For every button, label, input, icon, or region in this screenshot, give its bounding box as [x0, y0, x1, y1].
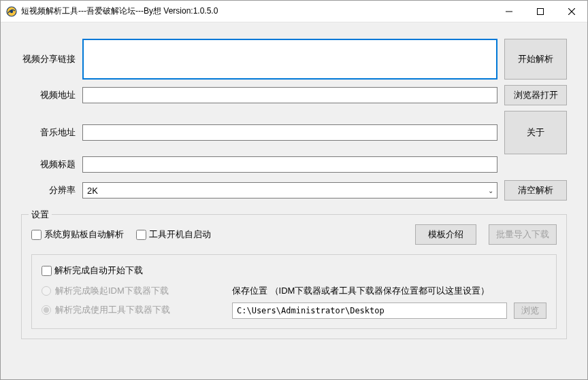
chevron-down-icon: ⌄	[488, 187, 493, 194]
autostart-checkbox[interactable]	[136, 230, 146, 240]
parse-button[interactable]: 开始解析	[504, 39, 567, 80]
video-url-label: 视频地址	[21, 85, 82, 105]
svg-rect-3	[538, 8, 544, 14]
template-intro-button[interactable]: 模板介绍	[415, 224, 476, 245]
radio-tool	[42, 305, 51, 315]
autostart-checkbox-label: 工具开机自启动	[149, 228, 211, 241]
music-url-label: 音乐地址	[21, 111, 82, 154]
radio-idm-label: 解析完成唤起IDM下载器下载	[55, 285, 169, 297]
clipboard-checkbox-wrap[interactable]: 系统剪贴板自动解析	[31, 228, 124, 241]
auto-download-checkbox[interactable]	[42, 266, 52, 276]
save-path-input[interactable]: C:\Users\Administrator\Desktop	[232, 303, 507, 319]
row-share: 视频分享链接 开始解析	[21, 39, 567, 80]
music-url-input[interactable]	[82, 124, 497, 141]
download-fieldset: 解析完成自动开始下载 解析完成唤起IDM下载器下载 解析完成使用工具下载器下载	[31, 254, 557, 329]
browse-button[interactable]: 浏览	[514, 303, 546, 319]
row-video-url: 视频地址 浏览器打开	[21, 85, 567, 105]
radio-idm-row: 解析完成唤起IDM下载器下载	[42, 285, 212, 297]
settings-fieldset: 设置 系统剪贴板自动解析 工具开机自启动 模板介绍 批量导入下载 解析完成自动开…	[21, 214, 567, 339]
app-icon	[6, 6, 17, 17]
open-browser-button[interactable]: 浏览器打开	[504, 85, 567, 105]
share-label: 视频分享链接	[21, 39, 82, 80]
resolution-select[interactable]: 2K	[82, 182, 497, 198]
minimize-button[interactable]	[493, 1, 525, 22]
about-button[interactable]: 关于	[504, 111, 567, 154]
close-button[interactable]	[556, 1, 587, 22]
clipboard-checkbox[interactable]	[31, 230, 42, 240]
title-input[interactable]	[82, 156, 497, 173]
window: 短视频解析工具---吾爱破解论坛---By想 Version:1.0.5.0 视…	[0, 0, 588, 380]
auto-download-checkbox-label: 解析完成自动开始下载	[54, 264, 143, 277]
autostart-checkbox-wrap[interactable]: 工具开机自启动	[136, 228, 211, 241]
save-location-label: 保存位置 （IDM下载器或者工具下载器保存位置都可以这里设置）	[232, 285, 546, 297]
radio-idm	[42, 286, 51, 296]
content-area: 视频分享链接 开始解析 视频地址 浏览器打开 音乐地址 关于 视频标题	[1, 22, 587, 379]
svg-point-1	[10, 10, 13, 12]
row-music-url: 音乐地址 关于	[21, 111, 567, 154]
batch-import-button[interactable]: 批量导入下载	[489, 224, 557, 245]
auto-download-checkbox-wrap[interactable]: 解析完成自动开始下载	[42, 264, 546, 277]
settings-legend: 设置	[29, 209, 52, 221]
resolution-label: 分辨率	[21, 180, 82, 201]
window-title: 短视频解析工具---吾爱破解论坛---By想 Version:1.0.5.0	[21, 5, 493, 17]
share-input[interactable]	[82, 39, 497, 80]
settings-top-row: 系统剪贴板自动解析 工具开机自启动 模板介绍 批量导入下载	[31, 224, 557, 245]
row-resolution: 分辨率 2K ⌄ 清空解析	[21, 180, 567, 201]
titlebar: 短视频解析工具---吾爱破解论坛---By想 Version:1.0.5.0	[1, 1, 587, 22]
title-label: 视频标题	[21, 154, 82, 175]
clear-button[interactable]: 清空解析	[504, 180, 567, 201]
radio-tool-label: 解析完成使用工具下载器下载	[55, 304, 170, 316]
radio-tool-row: 解析完成使用工具下载器下载	[42, 304, 212, 316]
clipboard-checkbox-label: 系统剪贴板自动解析	[44, 228, 124, 241]
video-url-input[interactable]	[82, 87, 497, 103]
maximize-button[interactable]	[525, 1, 556, 22]
